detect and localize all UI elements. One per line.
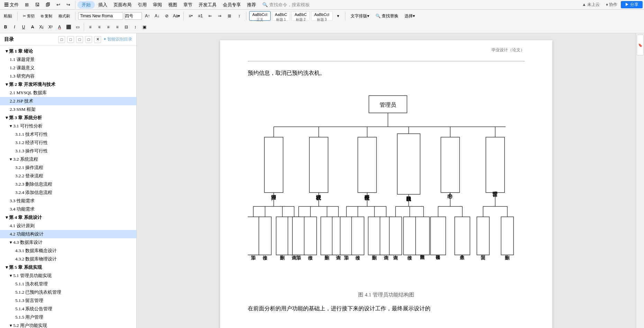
- menu-recommend[interactable]: 推荐: [244, 1, 259, 9]
- toc-item-5-1-4[interactable]: 5.1.4 系统公告管理: [0, 305, 136, 313]
- justify-btn[interactable]: ≡: [113, 23, 121, 31]
- collab-btn[interactable]: ♦ 协作: [603, 1, 620, 8]
- toc-item-ch1[interactable]: ▾ 第 1 章 绪论: [0, 47, 136, 55]
- list-ordered-btn[interactable]: ≡1: [196, 12, 205, 20]
- style-h2[interactable]: AaBbC标题 2: [291, 11, 310, 21]
- toc-item-1-1[interactable]: 1.1 课题背景: [0, 55, 136, 64]
- menu-redo[interactable]: ↪: [64, 1, 73, 8]
- clear-format-btn[interactable]: ⊘: [163, 12, 171, 20]
- font-shrink-btn[interactable]: A↓: [153, 12, 161, 20]
- toc-item-ch5[interactable]: ▾ 第 5 章 系统实现: [0, 263, 136, 272]
- indent-less-btn[interactable]: ⇐: [206, 12, 214, 20]
- toc-item-4-2[interactable]: 4.2 功能结构设计: [0, 230, 136, 238]
- line-spacing-btn[interactable]: ↕: [131, 23, 139, 31]
- menu-devtools[interactable]: 开发工具: [196, 1, 219, 9]
- paste-btn[interactable]: 粘贴: [1, 12, 15, 20]
- italic-btn[interactable]: I: [10, 23, 19, 31]
- toc-item-5-1[interactable]: ▾ 5.1 管理员功能实现: [0, 272, 136, 280]
- font-size-input[interactable]: [125, 12, 142, 20]
- toc-item-3-2[interactable]: ▾ 3.2 系统流程: [0, 155, 136, 163]
- toc-item-3-1-3[interactable]: 3.1.3 操作可行性: [0, 147, 136, 155]
- doc-area[interactable]: 毕业设计（论文） 预约信息，取消已预约洗衣机。 管理员: [137, 33, 636, 328]
- toc-item-1-2[interactable]: 1.2 课题意义: [0, 64, 136, 72]
- underline-btn[interactable]: U: [19, 23, 28, 31]
- sidebar-ctrl-3[interactable]: □: [76, 36, 83, 43]
- toc-item-5-1-5[interactable]: 5.1.5 用户管理: [0, 313, 136, 321]
- menu-view[interactable]: 视图: [165, 1, 180, 9]
- menu-start[interactable]: 开始: [78, 1, 95, 9]
- align-right-btn[interactable]: ≡: [104, 23, 112, 31]
- menu-reference[interactable]: 引用: [135, 1, 149, 9]
- menu-undo[interactable]: ↩: [54, 1, 63, 8]
- font-color-btn[interactable]: A: [55, 23, 64, 31]
- font-grow-btn[interactable]: A↑: [143, 12, 152, 20]
- toc-item-3-1-2[interactable]: 3.1.2 经济可行性: [0, 139, 136, 147]
- bold-btn[interactable]: B: [1, 23, 10, 31]
- toc-item-1-3[interactable]: 1.3 研究内容: [0, 72, 136, 80]
- style-h3[interactable]: AaBbCcI标题 3: [311, 11, 332, 21]
- toc-item-4-3-2[interactable]: 4.3.2 数据库物理设计: [0, 255, 136, 263]
- menu-review[interactable]: 审阅: [150, 1, 165, 9]
- toc-item-4-3[interactable]: ▾ 4.3 数据库设计: [0, 238, 136, 247]
- share-btn[interactable]: ▶ 分享: [621, 1, 643, 8]
- menu-search[interactable]: 🔍 查找命令，搜索模板: [260, 1, 312, 9]
- highlight-btn[interactable]: ⬛: [64, 23, 73, 31]
- toc-item-3-2-4[interactable]: 3.2.4 添加信息流程: [0, 188, 136, 197]
- strikethrough-btn[interactable]: A̶: [28, 23, 37, 31]
- toc-item-2-1[interactable]: 2.1 MYSQL 数据库: [0, 89, 136, 97]
- font-family-input[interactable]: [78, 12, 123, 20]
- cloud-btn[interactable]: ▲ 未上云: [579, 1, 602, 8]
- change-case-btn[interactable]: Aa▾: [172, 12, 181, 20]
- toc-item-ch3[interactable]: ▾ 第 3 章 系统分析: [0, 114, 136, 122]
- menu-icon3[interactable]: 🗐: [43, 1, 53, 8]
- sidebar-ctrl-2[interactable]: □: [67, 36, 74, 43]
- style-normal[interactable]: AaBbCcI正文: [249, 11, 270, 21]
- toc-item-ch2[interactable]: ▾ 第 2 章 开发环境与技术: [0, 80, 136, 89]
- toc-item-3-4[interactable]: 3.4 功能需求: [0, 205, 136, 213]
- menu-icon2[interactable]: 🖫: [32, 1, 42, 8]
- select-btn[interactable]: 选择▾: [402, 12, 417, 20]
- toc-item-3-2-1[interactable]: 3.2.1 操作流程: [0, 163, 136, 172]
- col-btn[interactable]: ⊞: [225, 12, 234, 20]
- style-more-btn[interactable]: ▾: [334, 12, 342, 20]
- superscript-btn[interactable]: X²: [46, 23, 55, 31]
- toc-item-5-2[interactable]: ▾ 5.2 用户功能实现: [0, 321, 136, 328]
- toc-item-5-1-1[interactable]: 5.1.1 洗衣机管理: [0, 280, 136, 288]
- toc-item-2-2[interactable]: 2.2 JSP 技术: [0, 97, 136, 105]
- shading-btn[interactable]: ▣: [140, 23, 148, 31]
- toc-item-3-1-1[interactable]: 3.1.1 技术可行性: [0, 130, 136, 139]
- text-layout-btn[interactable]: 文字排版▾: [348, 12, 372, 20]
- menu-vip[interactable]: 会员专享: [220, 1, 244, 9]
- align-left-btn[interactable]: ≡: [86, 23, 94, 31]
- cut-btn[interactable]: ✂ 剪切: [20, 12, 37, 20]
- menu-chapter[interactable]: 章节: [181, 1, 195, 9]
- toc-item-4-3-1[interactable]: 4.3.1 数据库概念设计: [0, 247, 136, 255]
- toc-item-4-1[interactable]: 4.1 设计原则: [0, 222, 136, 230]
- find-replace-btn[interactable]: 🔍 查找替换: [373, 12, 401, 20]
- border-btn[interactable]: ▭: [73, 23, 82, 31]
- sidebar-close[interactable]: ✕: [94, 36, 101, 43]
- toc-item-3-2-2[interactable]: 3.2.2 登录流程: [0, 172, 136, 180]
- dist-btn[interactable]: ⊟: [122, 23, 130, 31]
- menu-page-layout[interactable]: 页面布局: [111, 1, 134, 9]
- toc-item-3-3[interactable]: 3.3 性能需求: [0, 197, 136, 205]
- smart-toc-btn[interactable]: ✦ 智能识别目录: [103, 36, 132, 42]
- toc-item-ch4[interactable]: ▾ 第 4 章 系统设计: [0, 213, 136, 222]
- format-painter-btn[interactable]: 格式刷: [56, 12, 72, 20]
- toc-item-5-1-2[interactable]: 5.1.2 已预约洗衣机管理: [0, 288, 136, 296]
- sort-btn[interactable]: ↕: [235, 12, 243, 20]
- indent-more-btn[interactable]: ⇒: [216, 12, 224, 20]
- subscript-btn[interactable]: X₂: [37, 23, 46, 31]
- list-unordered-btn[interactable]: ≡•: [187, 12, 195, 20]
- menu-insert[interactable]: 插入: [96, 1, 110, 9]
- toc-item-2-3[interactable]: 2.3 SSM 框架: [0, 105, 136, 114]
- toc-item-5-1-3[interactable]: 5.1.3 留言管理: [0, 296, 136, 305]
- right-panel-btn1[interactable]: 🔖: [637, 35, 644, 55]
- sidebar-ctrl-4[interactable]: □: [85, 36, 92, 43]
- copy-btn[interactable]: ⧉ 复制: [38, 12, 55, 20]
- toc-item-3-2-3[interactable]: 3.2.3 删除信息流程: [0, 180, 136, 188]
- style-h1[interactable]: AaBbC标题 1: [272, 11, 290, 21]
- align-center-btn[interactable]: ≡: [95, 23, 103, 31]
- menu-icon1[interactable]: ⊞: [22, 1, 31, 8]
- sidebar-ctrl-1[interactable]: □: [58, 36, 65, 43]
